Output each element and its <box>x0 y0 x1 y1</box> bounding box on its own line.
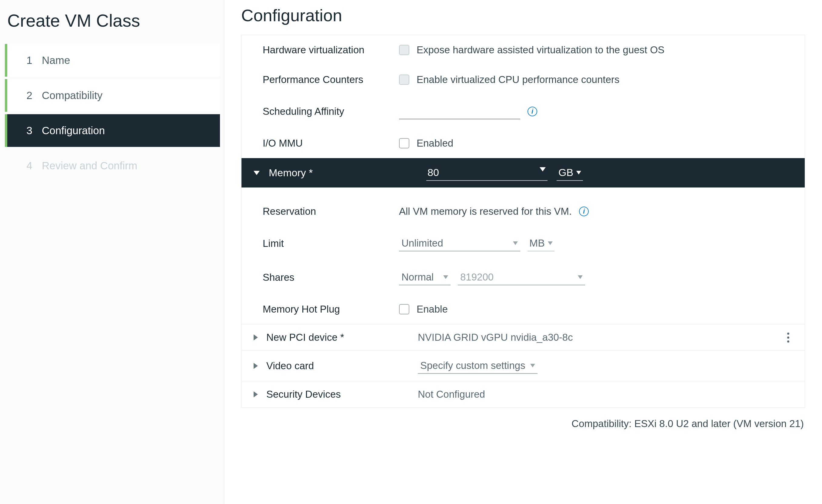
wizard-steps: 1 Name 2 Compatibility 3 Configuration 4… <box>5 44 224 182</box>
checkbox-label-perfcnt: Enable virtualized CPU performance count… <box>417 74 620 85</box>
memory-value-input-wrap <box>426 165 547 181</box>
security-devices-value: Not Configured <box>418 389 485 400</box>
step-number: 1 <box>25 54 33 66</box>
row-shares: Shares Normal 819200 <box>242 261 805 295</box>
row-performance-counters: Performance Counters Enable virtualized … <box>242 65 805 94</box>
step-label: Compatibility <box>42 89 102 101</box>
label-io-mmu: I/O MMU <box>263 137 390 149</box>
label-performance-counters: Performance Counters <box>263 74 390 85</box>
pci-device-label: New PCI device * <box>266 332 412 343</box>
input-scheduling-affinity[interactable] <box>399 104 520 119</box>
memory-value-input[interactable] <box>426 165 547 181</box>
checkbox-hardware-virtualization[interactable] <box>399 45 409 55</box>
page-title: Configuration <box>241 0 805 35</box>
row-io-mmu: I/O MMU Enabled <box>242 128 805 158</box>
section-security-devices[interactable]: Security Devices Not Configured <box>242 381 805 407</box>
row-limit: Limit Unlimited MB <box>242 226 805 261</box>
info-icon[interactable]: i <box>527 107 537 116</box>
label-scheduling-affinity: Scheduling Affinity <box>263 106 390 117</box>
limit-value-select[interactable]: Unlimited <box>399 235 520 251</box>
memory-unit-value: GB <box>558 166 573 178</box>
chevron-down-icon <box>513 241 518 245</box>
step-number: 2 <box>25 89 33 101</box>
step-review: 4 Review and Confirm <box>5 149 220 182</box>
row-hardware-virtualization: Hardware virtualization Expose hardware … <box>242 35 805 65</box>
wizard-title: Create VM Class <box>0 3 224 44</box>
checkbox-io-mmu[interactable] <box>399 138 409 148</box>
chevron-down-icon <box>443 275 448 279</box>
checkbox-label-iommu: Enabled <box>417 137 453 149</box>
video-card-value: Specify custom settings <box>420 360 525 371</box>
shares-value: 819200 <box>460 272 493 283</box>
checkbox-memory-hot-plug[interactable] <box>399 304 409 315</box>
chevron-right-icon <box>254 334 258 341</box>
chevron-right-icon <box>254 391 258 397</box>
memory-unit-select[interactable]: GB <box>556 165 583 181</box>
step-label: Review and Confirm <box>42 160 137 172</box>
checkbox-label-hwvirt: Expose hardware assisted virtualization … <box>417 44 665 56</box>
row-scheduling-affinity: Scheduling Affinity i <box>242 94 805 128</box>
chevron-down-icon <box>578 275 583 279</box>
reservation-text: All VM memory is reserved for this VM. <box>399 206 572 217</box>
step-compatibility[interactable]: 2 Compatibility <box>5 79 220 112</box>
step-name[interactable]: 1 Name <box>5 44 220 77</box>
shares-mode-select[interactable]: Normal <box>399 270 451 285</box>
chevron-right-icon <box>254 363 258 369</box>
row-reservation: Reservation All VM memory is reserved fo… <box>242 187 805 226</box>
label-memory-hot-plug: Memory Hot Plug <box>263 304 390 315</box>
chevron-down-icon <box>576 171 581 174</box>
checkbox-performance-counters[interactable] <box>399 74 409 85</box>
chevron-down-icon <box>530 364 535 367</box>
checkbox-label-hotplug: Enable <box>417 304 448 315</box>
limit-value: Unlimited <box>401 237 443 249</box>
main-panel: Configuration Hardware virtualization Ex… <box>224 0 822 504</box>
section-video-card[interactable]: Video card Specify custom settings <box>242 351 805 381</box>
label-reservation: Reservation <box>263 206 390 217</box>
label-hardware-virtualization: Hardware virtualization <box>263 44 390 56</box>
section-pci-device[interactable]: New PCI device * NVIDIA GRID vGPU nvidia… <box>242 324 805 351</box>
info-icon[interactable]: i <box>579 206 589 216</box>
section-memory-label: Memory * <box>269 167 417 179</box>
shares-value-select[interactable]: 819200 <box>458 270 585 285</box>
step-number: 3 <box>25 124 33 137</box>
compatibility-footer: Compatibility: ESXi 8.0 U2 and later (VM… <box>241 408 805 430</box>
step-configuration[interactable]: 3 Configuration <box>5 114 220 147</box>
shares-mode-value: Normal <box>401 272 434 283</box>
label-limit: Limit <box>263 238 390 249</box>
kebab-menu-icon[interactable] <box>784 333 793 343</box>
step-number: 4 <box>25 160 33 172</box>
chevron-down-icon <box>254 171 260 175</box>
limit-unit-value: MB <box>529 237 545 249</box>
chevron-down-icon <box>548 241 553 245</box>
configuration-panel: Hardware virtualization Expose hardware … <box>241 35 805 408</box>
section-memory[interactable]: Memory * GB <box>242 158 805 187</box>
security-devices-label: Security Devices <box>266 389 412 400</box>
video-card-select[interactable]: Specify custom settings <box>418 358 537 374</box>
step-label: Configuration <box>42 124 105 137</box>
limit-unit-select[interactable]: MB <box>527 235 554 251</box>
video-card-label: Video card <box>266 360 412 372</box>
row-memory-hot-plug: Memory Hot Plug Enable <box>242 295 805 324</box>
wizard-sidebar: Create VM Class 1 Name 2 Compatibility 3… <box>0 0 224 504</box>
label-shares: Shares <box>263 272 390 283</box>
step-label: Name <box>42 54 70 66</box>
stepper-caret-icon[interactable] <box>540 167 546 171</box>
pci-device-value: NVIDIA GRID vGPU nvidia_a30-8c <box>418 332 573 343</box>
